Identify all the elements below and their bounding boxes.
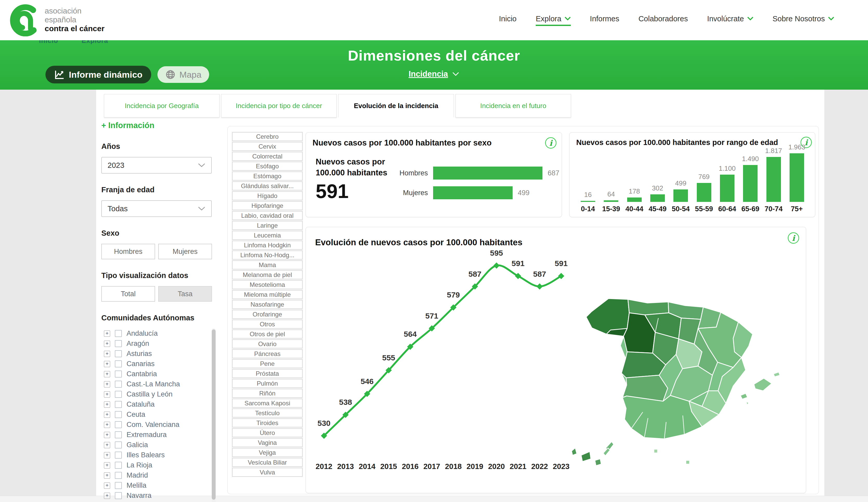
- region-checkbox[interactable]: [115, 330, 122, 337]
- expand-icon[interactable]: +: [104, 472, 110, 479]
- year-select[interactable]: 2023: [101, 157, 212, 174]
- cancer-type-button[interactable]: Sarcoma Kaposi: [232, 399, 302, 407]
- cancer-type-button[interactable]: Melanoma de piel: [232, 270, 302, 279]
- cancer-type-button[interactable]: Vesícula Biliar: [232, 458, 302, 467]
- cancer-type-button[interactable]: Leucemia: [232, 231, 302, 239]
- cancer-type-button[interactable]: Linfoma No-Hodg...: [232, 251, 302, 259]
- expand-icon[interactable]: +: [104, 482, 110, 489]
- sex-filter-button[interactable]: Mujeres: [158, 244, 212, 259]
- expand-icon[interactable]: +: [104, 371, 110, 377]
- region-checkbox[interactable]: [115, 462, 122, 469]
- cancer-type-button[interactable]: Páncreas: [232, 349, 302, 358]
- expand-icon[interactable]: +: [104, 493, 110, 499]
- region-checkbox[interactable]: [115, 431, 122, 438]
- region-row: + Cast.-La Mancha: [101, 379, 216, 389]
- region-checkbox[interactable]: [115, 381, 122, 388]
- cancer-type-button[interactable]: Orofaringe: [232, 310, 302, 319]
- region-checkbox[interactable]: [115, 452, 122, 459]
- cancer-type-button[interactable]: Próstata: [232, 369, 302, 378]
- nav-item[interactable]: Colaboradores: [638, 14, 688, 26]
- nav-item[interactable]: Involúcrate: [707, 14, 753, 26]
- cancer-type-button[interactable]: Vulva: [232, 468, 302, 477]
- nav-item[interactable]: Sobre Nosotros: [773, 14, 835, 26]
- expand-icon[interactable]: +: [104, 462, 110, 469]
- report-tab[interactable]: Incidencia por tipo de cáncer: [221, 94, 337, 117]
- cancer-type-button[interactable]: Pulmón: [232, 379, 302, 388]
- svg-text:579: 579: [447, 290, 460, 299]
- cancer-type-button[interactable]: Labio, cavidad oral: [232, 211, 302, 220]
- region-label: La Rioja: [126, 461, 152, 469]
- dynamic-report-button[interactable]: Informe dinámico: [45, 66, 151, 83]
- cancer-type-button[interactable]: Glándulas salivar...: [232, 182, 302, 190]
- expand-icon[interactable]: +: [104, 381, 110, 387]
- region-checkbox[interactable]: [115, 492, 122, 499]
- age-range-select[interactable]: Todas: [101, 200, 212, 217]
- report-tab[interactable]: Incidencia por Geografía: [104, 94, 219, 117]
- cancer-type-button[interactable]: Otros: [232, 320, 302, 328]
- cancer-type-button[interactable]: Hipofaringe: [232, 201, 302, 210]
- expand-icon[interactable]: +: [104, 432, 110, 438]
- region-checkbox[interactable]: [115, 401, 122, 408]
- report-tab[interactable]: Incidencia en el futuro: [455, 94, 571, 117]
- cancer-type-button[interactable]: Cerebro: [232, 132, 302, 141]
- info-icon[interactable]: i: [545, 137, 557, 148]
- cancer-type-button[interactable]: Mesotelioma: [232, 280, 302, 289]
- cancer-type-button[interactable]: Mieloma múltiple: [232, 290, 302, 299]
- region-checkbox[interactable]: [115, 472, 122, 479]
- expand-icon[interactable]: +: [104, 452, 110, 458]
- region-checkbox[interactable]: [115, 482, 122, 489]
- expand-icon[interactable]: +: [104, 442, 110, 448]
- expand-icon[interactable]: +: [104, 422, 110, 428]
- region-checkbox[interactable]: [115, 370, 122, 378]
- expand-icon[interactable]: +: [104, 412, 110, 418]
- cancer-type-button[interactable]: Mama: [232, 260, 302, 269]
- region-checkbox[interactable]: [115, 411, 122, 418]
- cancer-type-button[interactable]: Otros de piel: [232, 330, 302, 338]
- viz-type-button[interactable]: Total: [101, 286, 155, 302]
- cancer-type-button[interactable]: Tiroides: [232, 419, 302, 427]
- cancer-type-button[interactable]: Pene: [232, 359, 302, 368]
- sex-filter-label: Mujeres: [173, 248, 197, 256]
- region-checkbox[interactable]: [115, 340, 122, 347]
- nav-item[interactable]: Inicio: [499, 14, 517, 26]
- region-checkbox[interactable]: [115, 350, 122, 357]
- expand-icon[interactable]: +: [104, 361, 110, 367]
- region-checkbox[interactable]: [115, 421, 122, 428]
- viz-type-button[interactable]: Tasa: [158, 286, 212, 302]
- cancer-type-button[interactable]: Esófago: [232, 162, 302, 171]
- regions-scrollbar-thumb[interactable]: [212, 329, 216, 500]
- region-checkbox[interactable]: [115, 391, 122, 398]
- report-tab[interactable]: Evolución de la incidencia: [338, 94, 454, 117]
- cancer-type-button[interactable]: Cervix: [232, 142, 302, 151]
- expand-icon[interactable]: +: [104, 351, 110, 357]
- expand-icon[interactable]: +: [104, 391, 110, 398]
- cancer-type-button[interactable]: Vagina: [232, 438, 302, 447]
- cancer-type-button[interactable]: Vejiga: [232, 448, 302, 457]
- age-bar-column: 1.96375+: [786, 143, 808, 213]
- cancer-type-button[interactable]: Útero: [232, 429, 302, 437]
- cancer-type-button[interactable]: Hígado: [232, 192, 302, 200]
- expand-icon[interactable]: +: [104, 401, 110, 408]
- cancer-type-button[interactable]: Estómago: [232, 172, 302, 180]
- aecc-logo[interactable]: asociación española contra el cáncer: [7, 3, 104, 37]
- evolution-line-chart: 5302012538201354620145552015564201657120…: [311, 242, 602, 480]
- cancer-type-button[interactable]: Laringe: [232, 221, 302, 230]
- expand-icon[interactable]: +: [104, 341, 110, 347]
- cancer-type-button[interactable]: Colorrectal: [232, 152, 302, 161]
- map-view-button[interactable]: Mapa: [157, 66, 209, 83]
- sex-filter-button[interactable]: Hombres: [101, 244, 155, 259]
- nav-item[interactable]: Informes: [590, 14, 619, 26]
- cancer-type-button[interactable]: Riñón: [232, 389, 302, 398]
- nav-item[interactable]: Explora: [536, 14, 570, 26]
- svg-text:564: 564: [404, 330, 417, 338]
- cancer-type-button[interactable]: Testículo: [232, 409, 302, 417]
- cancer-type-button[interactable]: Linfoma Hodgkin: [232, 241, 302, 249]
- cancer-type-button[interactable]: Ovario: [232, 340, 302, 348]
- region-checkbox[interactable]: [115, 360, 122, 367]
- region-row: + Ceuta: [101, 410, 216, 420]
- region-checkbox[interactable]: [115, 441, 122, 449]
- cancer-type-button[interactable]: Nasofaringe: [232, 300, 302, 309]
- more-information-link[interactable]: + Información: [101, 121, 218, 130]
- info-icon[interactable]: i: [788, 232, 799, 244]
- expand-icon[interactable]: +: [104, 330, 110, 337]
